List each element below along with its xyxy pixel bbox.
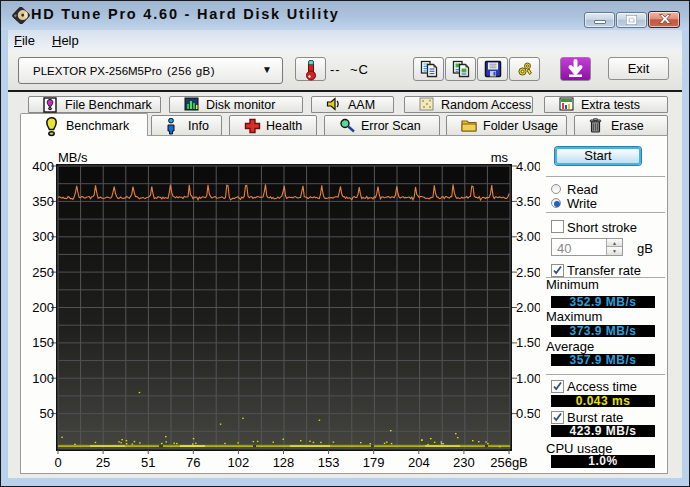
svg-text:0: 0 [54,455,61,470]
svg-text:256gB: 256gB [490,455,528,470]
svg-text:350: 350 [32,194,54,209]
svg-text:50: 50 [40,406,54,421]
svg-text:179: 179 [363,455,385,470]
svg-text:2.50: 2.50 [516,265,540,280]
svg-text:400: 400 [32,159,54,174]
svg-text:150: 150 [32,335,54,350]
svg-text:51: 51 [141,455,155,470]
svg-text:0.50: 0.50 [516,406,540,421]
svg-text:1.00: 1.00 [516,371,540,386]
svg-text:300: 300 [32,229,54,244]
svg-text:2.00: 2.00 [516,300,540,315]
svg-text:76: 76 [186,455,200,470]
svg-text:102: 102 [228,455,250,470]
svg-text:4.00: 4.00 [516,159,540,174]
svg-text:3.50: 3.50 [516,194,540,209]
svg-text:3.00: 3.00 [516,229,540,244]
svg-text:ms: ms [491,150,509,165]
svg-text:MB/s: MB/s [58,150,88,165]
svg-text:128: 128 [273,455,295,470]
svg-text:1.50: 1.50 [516,335,540,350]
svg-text:204: 204 [408,455,430,470]
svg-text:200: 200 [32,300,54,315]
svg-text:25: 25 [96,455,110,470]
svg-text:100: 100 [32,371,54,386]
svg-text:153: 153 [318,455,340,470]
svg-text:250: 250 [32,265,54,280]
svg-text:230: 230 [453,455,475,470]
